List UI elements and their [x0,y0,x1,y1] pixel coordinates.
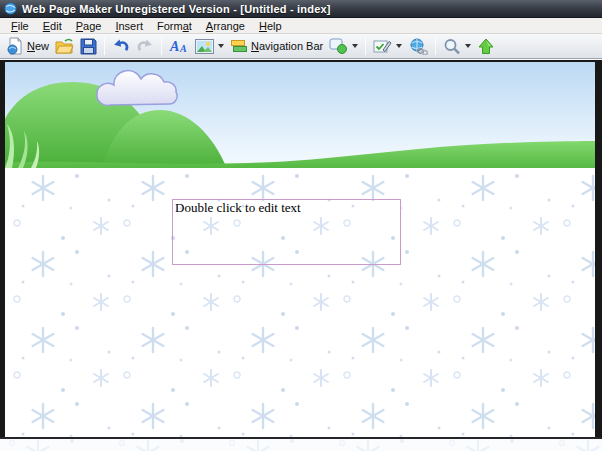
insert-text-button[interactable]: A A [166,36,192,56]
main-toolbar: New [0,34,602,59]
image-dropdown-arrow[interactable] [218,44,224,48]
toolbar-separator [161,37,162,55]
form-dropdown-arrow[interactable] [396,44,402,48]
image-icon [195,39,214,54]
new-page-icon [6,37,24,55]
preview-dropdown-arrow[interactable] [465,44,471,48]
toolbar-separator [365,37,366,55]
area-below-window [0,439,602,451]
svg-text:A: A [169,39,179,54]
app-icon [4,2,17,15]
magnifier-icon [443,38,461,55]
app-window: Web Page Maker Unregistered Version - [U… [0,0,602,451]
menu-page[interactable]: Page [69,19,109,33]
navigation-bar-icon [230,38,248,54]
menu-file[interactable]: File [4,19,36,33]
undo-button[interactable] [109,36,133,57]
open-folder-icon [55,38,74,55]
shape-icon [329,38,348,54]
insert-image-button[interactable] [192,37,217,56]
redo-icon [136,38,154,55]
menu-help[interactable]: Help [252,19,289,33]
editable-textbox[interactable]: Double click to edit text [172,199,401,265]
form-pencil-icon [373,38,392,54]
header-hills-image[interactable] [5,62,595,168]
design-workspace: Double click to edit text [0,60,602,437]
preview-button[interactable] [440,36,464,57]
menu-format[interactable]: Format [150,19,199,33]
navigation-bar-button[interactable]: Navigation Bar [227,36,326,56]
new-page-label: New [27,40,49,52]
menu-bar: File Edit Page Insert Format Arrange Hel… [0,18,602,34]
save-button[interactable] [77,36,100,57]
title-bar: Web Page Maker Unregistered Version - [U… [0,0,602,18]
publish-button[interactable] [474,36,498,57]
svg-text:A: A [179,43,187,54]
menu-arrange[interactable]: Arrange [199,19,252,33]
navigation-bar-label: Navigation Bar [251,40,323,52]
redo-button[interactable] [133,36,157,57]
save-icon [80,38,97,55]
toolbar-separator [104,37,105,55]
insert-form-button[interactable] [370,36,395,56]
toolbar-separator [435,37,436,55]
undo-icon [112,38,130,55]
menu-edit[interactable]: Edit [36,19,69,33]
hyperlink-globe-icon [408,38,428,55]
hyperlink-button[interactable] [405,36,431,57]
new-page-button[interactable]: New [3,35,52,57]
text-tool-icon: A A [169,38,189,54]
open-button[interactable] [52,36,77,57]
window-title: Web Page Maker Unregistered Version - [U… [22,3,331,15]
shape-dropdown-arrow[interactable] [352,44,358,48]
publish-up-arrow-icon [477,38,495,55]
page-canvas[interactable]: Double click to edit text [5,62,595,437]
menu-insert[interactable]: Insert [108,19,150,33]
insert-shape-button[interactable] [326,36,351,56]
